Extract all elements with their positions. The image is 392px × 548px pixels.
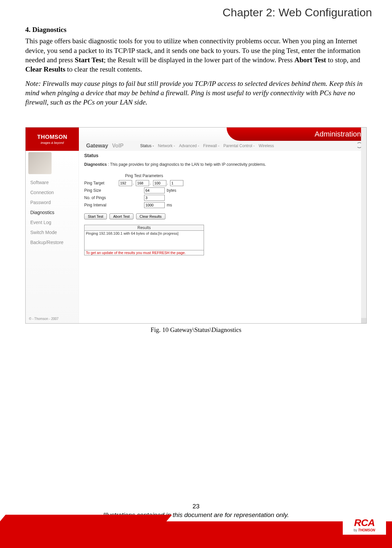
input-ping-interval[interactable] — [144, 202, 165, 208]
input-ping-count[interactable] — [144, 195, 165, 201]
nav-voip[interactable]: VoIP — [112, 143, 123, 149]
results-body: Pinging 192.168.100.1 with 64 bytes of d… — [85, 231, 204, 236]
admin-banner: Administration — [227, 128, 366, 141]
brand-name: THOMSON — [37, 134, 67, 140]
chapter-title: Chapter 2: Web Configuration — [0, 0, 392, 19]
row-ping-count: No. of Pings — [84, 194, 204, 201]
brand-logo: THOMSON images & beyond — [26, 128, 79, 151]
section-paragraph: This page offers basic diagnostic tools … — [25, 36, 367, 74]
sidebar-item-switchmode[interactable]: Switch Mode — [26, 227, 79, 237]
sidebar-item-diagnostics[interactable]: Diagnostics — [26, 207, 79, 217]
rca-logo-sub: by THOMSON — [345, 528, 383, 532]
bold-abort-test: Abort Test — [294, 56, 326, 64]
desc-text: : This page provides for ping diagnostic… — [107, 162, 266, 167]
sidebar-image — [28, 152, 52, 174]
section-note: Note: Firewalls may cause pings to fail … — [25, 79, 367, 107]
ping-target-octet-4[interactable] — [170, 180, 183, 186]
desc-label: Diagnostics — [84, 162, 107, 167]
top-nav: Gateway VoIP Status - Network - Advanced… — [79, 141, 366, 151]
brand-tagline: images & beyond — [41, 141, 64, 144]
sidebar-item-connection[interactable]: Connection — [26, 187, 79, 197]
sidebar-item-software[interactable]: Software — [26, 177, 79, 187]
abort-test-button[interactable]: Abort Test — [109, 213, 133, 219]
main-title: Status — [84, 153, 361, 158]
page-description: Diagnostics : This page provides for pin… — [84, 162, 361, 167]
screenshot-header: THOMSON images & beyond Administration G… — [26, 128, 366, 151]
ping-target-octet-2[interactable] — [136, 180, 149, 186]
sidebar-item-backup[interactable]: Backup/Restore — [26, 237, 79, 247]
sidebar-item-eventlog[interactable]: Event Log — [26, 217, 79, 227]
results-box: Results Pinging 192.168.100.1 with 64 by… — [84, 225, 204, 255]
nav-status[interactable]: Status - — [139, 143, 155, 148]
nav-parental[interactable]: Parental Control - — [222, 143, 256, 148]
row-ping-size: Ping Size bytes — [84, 187, 204, 194]
sidebar: Software Connection Password Diagnostics… — [26, 151, 79, 323]
row-ping-target: Ping Target . . . — [84, 179, 204, 187]
figure-caption: Fig. 10 Gateway\Status\Diagnostics — [0, 326, 392, 334]
params-title: Ping Test Parameters — [84, 173, 204, 179]
ping-target-octet-1[interactable] — [119, 180, 132, 186]
sidebar-copyright: © - Thomson - 2007 — [29, 317, 59, 321]
page-number: 23 — [0, 503, 392, 510]
label-ping-size: Ping Size — [84, 188, 117, 193]
ping-parameters: Ping Test Parameters Ping Target . . . P… — [84, 173, 204, 209]
results-title: Results — [85, 225, 204, 231]
input-ping-size[interactable] — [144, 187, 165, 193]
row-ping-interval: Ping Interval ms — [84, 201, 204, 209]
text: ; the Result will be displayed in the lo… — [104, 56, 294, 64]
rca-thomson: THOMSON — [358, 528, 375, 532]
body-content: 4. Diagnostics This page offers basic di… — [0, 19, 392, 107]
label-ping-count: No. of Pings — [84, 195, 117, 200]
bold-clear-results: Clear Results — [25, 65, 65, 73]
embedded-screenshot: THOMSON images & beyond Administration G… — [25, 127, 367, 324]
scrollbar-vertical[interactable] — [361, 128, 366, 323]
main-panel: Status Diagnostics : This page provides … — [79, 151, 366, 323]
bold-start-test: Start Test — [75, 56, 104, 64]
section-heading: 4. Diagnostics — [25, 25, 367, 34]
ping-target-octet-3[interactable] — [153, 180, 166, 186]
nav-network[interactable]: Network - — [157, 143, 176, 148]
button-row: Start Test Abort Test Clear Results — [84, 213, 361, 219]
nav-firewall[interactable]: Firewall - — [202, 143, 221, 148]
text: to stop, and — [326, 56, 360, 64]
results-footer: To get an update of the results you must… — [85, 250, 204, 255]
clear-results-button[interactable]: Clear Results — [136, 213, 165, 219]
rca-by: by — [354, 528, 358, 532]
unit-bytes: bytes — [167, 188, 176, 193]
start-test-button[interactable]: Start Test — [84, 213, 107, 219]
text: to clear the result contents. — [65, 65, 142, 73]
label-ping-target: Ping Target — [84, 181, 117, 185]
nav-wireless[interactable]: Wireless — [257, 143, 275, 148]
rca-logo: RCA by THOMSON — [343, 516, 386, 535]
footer-red-bar — [0, 521, 392, 548]
unit-ms: ms — [167, 203, 172, 207]
nav-advanced[interactable]: Advanced - — [178, 143, 201, 148]
nav-gateway[interactable]: Gateway — [86, 143, 108, 149]
label-ping-interval: Ping Interval — [84, 203, 117, 207]
sidebar-item-password[interactable]: Password — [26, 197, 79, 207]
rca-logo-text: RCA — [345, 517, 383, 528]
